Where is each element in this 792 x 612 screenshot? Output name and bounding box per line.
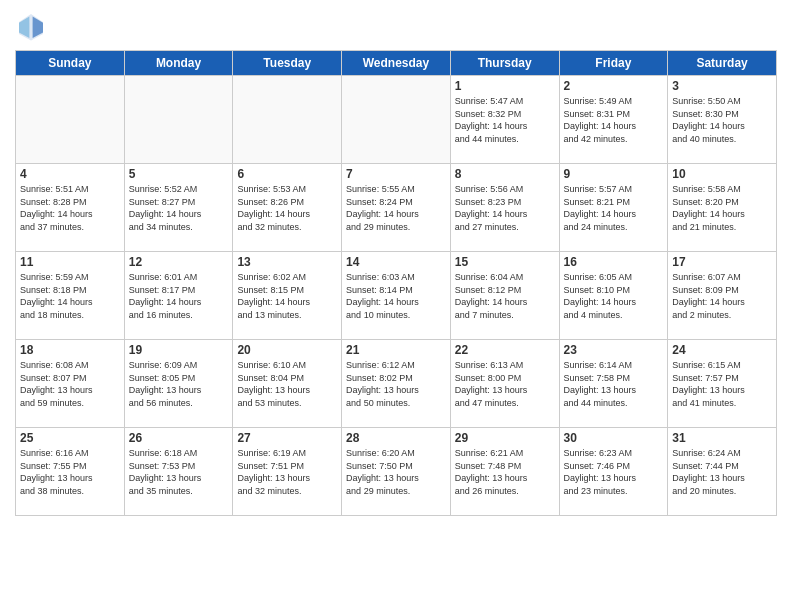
- day-number: 26: [129, 431, 229, 445]
- calendar-cell: 29Sunrise: 6:21 AM Sunset: 7:48 PM Dayli…: [450, 428, 559, 516]
- day-number: 2: [564, 79, 664, 93]
- day-number: 24: [672, 343, 772, 357]
- weekday-header-saturday: Saturday: [668, 51, 777, 76]
- day-number: 8: [455, 167, 555, 181]
- calendar-week-3: 11Sunrise: 5:59 AM Sunset: 8:18 PM Dayli…: [16, 252, 777, 340]
- day-info: Sunrise: 6:09 AM Sunset: 8:05 PM Dayligh…: [129, 359, 229, 409]
- day-info: Sunrise: 5:51 AM Sunset: 8:28 PM Dayligh…: [20, 183, 120, 233]
- calendar-cell: 26Sunrise: 6:18 AM Sunset: 7:53 PM Dayli…: [124, 428, 233, 516]
- calendar-cell: 23Sunrise: 6:14 AM Sunset: 7:58 PM Dayli…: [559, 340, 668, 428]
- day-info: Sunrise: 5:56 AM Sunset: 8:23 PM Dayligh…: [455, 183, 555, 233]
- day-info: Sunrise: 6:05 AM Sunset: 8:10 PM Dayligh…: [564, 271, 664, 321]
- day-number: 23: [564, 343, 664, 357]
- calendar-cell: 5Sunrise: 5:52 AM Sunset: 8:27 PM Daylig…: [124, 164, 233, 252]
- day-number: 20: [237, 343, 337, 357]
- day-number: 16: [564, 255, 664, 269]
- calendar-cell: 25Sunrise: 6:16 AM Sunset: 7:55 PM Dayli…: [16, 428, 125, 516]
- calendar-cell: 16Sunrise: 6:05 AM Sunset: 8:10 PM Dayli…: [559, 252, 668, 340]
- day-info: Sunrise: 6:01 AM Sunset: 8:17 PM Dayligh…: [129, 271, 229, 321]
- day-number: 18: [20, 343, 120, 357]
- day-info: Sunrise: 6:19 AM Sunset: 7:51 PM Dayligh…: [237, 447, 337, 497]
- day-info: Sunrise: 6:10 AM Sunset: 8:04 PM Dayligh…: [237, 359, 337, 409]
- day-number: 31: [672, 431, 772, 445]
- day-info: Sunrise: 6:24 AM Sunset: 7:44 PM Dayligh…: [672, 447, 772, 497]
- weekday-header-tuesday: Tuesday: [233, 51, 342, 76]
- day-info: Sunrise: 5:53 AM Sunset: 8:26 PM Dayligh…: [237, 183, 337, 233]
- day-info: Sunrise: 6:18 AM Sunset: 7:53 PM Dayligh…: [129, 447, 229, 497]
- day-number: 19: [129, 343, 229, 357]
- calendar-cell: 30Sunrise: 6:23 AM Sunset: 7:46 PM Dayli…: [559, 428, 668, 516]
- calendar-cell: [124, 76, 233, 164]
- day-info: Sunrise: 6:16 AM Sunset: 7:55 PM Dayligh…: [20, 447, 120, 497]
- calendar-cell: 3Sunrise: 5:50 AM Sunset: 8:30 PM Daylig…: [668, 76, 777, 164]
- day-number: 30: [564, 431, 664, 445]
- calendar-cell: 11Sunrise: 5:59 AM Sunset: 8:18 PM Dayli…: [16, 252, 125, 340]
- calendar-cell: [16, 76, 125, 164]
- day-number: 28: [346, 431, 446, 445]
- calendar-cell: [342, 76, 451, 164]
- day-info: Sunrise: 6:07 AM Sunset: 8:09 PM Dayligh…: [672, 271, 772, 321]
- calendar-cell: 22Sunrise: 6:13 AM Sunset: 8:00 PM Dayli…: [450, 340, 559, 428]
- calendar: SundayMondayTuesdayWednesdayThursdayFrid…: [15, 50, 777, 516]
- calendar-cell: 8Sunrise: 5:56 AM Sunset: 8:23 PM Daylig…: [450, 164, 559, 252]
- calendar-cell: 13Sunrise: 6:02 AM Sunset: 8:15 PM Dayli…: [233, 252, 342, 340]
- calendar-week-4: 18Sunrise: 6:08 AM Sunset: 8:07 PM Dayli…: [16, 340, 777, 428]
- day-info: Sunrise: 6:21 AM Sunset: 7:48 PM Dayligh…: [455, 447, 555, 497]
- calendar-cell: 2Sunrise: 5:49 AM Sunset: 8:31 PM Daylig…: [559, 76, 668, 164]
- day-number: 10: [672, 167, 772, 181]
- day-info: Sunrise: 5:55 AM Sunset: 8:24 PM Dayligh…: [346, 183, 446, 233]
- calendar-header-row: SundayMondayTuesdayWednesdayThursdayFrid…: [16, 51, 777, 76]
- calendar-cell: 12Sunrise: 6:01 AM Sunset: 8:17 PM Dayli…: [124, 252, 233, 340]
- day-info: Sunrise: 6:02 AM Sunset: 8:15 PM Dayligh…: [237, 271, 337, 321]
- calendar-cell: 20Sunrise: 6:10 AM Sunset: 8:04 PM Dayli…: [233, 340, 342, 428]
- calendar-cell: 1Sunrise: 5:47 AM Sunset: 8:32 PM Daylig…: [450, 76, 559, 164]
- day-info: Sunrise: 6:03 AM Sunset: 8:14 PM Dayligh…: [346, 271, 446, 321]
- day-info: Sunrise: 5:57 AM Sunset: 8:21 PM Dayligh…: [564, 183, 664, 233]
- page: SundayMondayTuesdayWednesdayThursdayFrid…: [0, 0, 792, 612]
- day-number: 9: [564, 167, 664, 181]
- day-number: 7: [346, 167, 446, 181]
- calendar-cell: 31Sunrise: 6:24 AM Sunset: 7:44 PM Dayli…: [668, 428, 777, 516]
- day-info: Sunrise: 6:23 AM Sunset: 7:46 PM Dayligh…: [564, 447, 664, 497]
- day-number: 3: [672, 79, 772, 93]
- day-number: 27: [237, 431, 337, 445]
- calendar-cell: 9Sunrise: 5:57 AM Sunset: 8:21 PM Daylig…: [559, 164, 668, 252]
- day-number: 14: [346, 255, 446, 269]
- day-info: Sunrise: 6:14 AM Sunset: 7:58 PM Dayligh…: [564, 359, 664, 409]
- day-info: Sunrise: 6:04 AM Sunset: 8:12 PM Dayligh…: [455, 271, 555, 321]
- calendar-cell: 6Sunrise: 5:53 AM Sunset: 8:26 PM Daylig…: [233, 164, 342, 252]
- day-info: Sunrise: 5:50 AM Sunset: 8:30 PM Dayligh…: [672, 95, 772, 145]
- day-number: 5: [129, 167, 229, 181]
- day-number: 15: [455, 255, 555, 269]
- calendar-cell: 4Sunrise: 5:51 AM Sunset: 8:28 PM Daylig…: [16, 164, 125, 252]
- calendar-cell: 24Sunrise: 6:15 AM Sunset: 7:57 PM Dayli…: [668, 340, 777, 428]
- calendar-week-5: 25Sunrise: 6:16 AM Sunset: 7:55 PM Dayli…: [16, 428, 777, 516]
- day-number: 4: [20, 167, 120, 181]
- day-number: 13: [237, 255, 337, 269]
- calendar-week-2: 4Sunrise: 5:51 AM Sunset: 8:28 PM Daylig…: [16, 164, 777, 252]
- day-info: Sunrise: 5:49 AM Sunset: 8:31 PM Dayligh…: [564, 95, 664, 145]
- calendar-cell: 28Sunrise: 6:20 AM Sunset: 7:50 PM Dayli…: [342, 428, 451, 516]
- calendar-cell: 17Sunrise: 6:07 AM Sunset: 8:09 PM Dayli…: [668, 252, 777, 340]
- day-number: 25: [20, 431, 120, 445]
- day-number: 1: [455, 79, 555, 93]
- calendar-cell: 10Sunrise: 5:58 AM Sunset: 8:20 PM Dayli…: [668, 164, 777, 252]
- calendar-cell: 15Sunrise: 6:04 AM Sunset: 8:12 PM Dayli…: [450, 252, 559, 340]
- calendar-cell: 7Sunrise: 5:55 AM Sunset: 8:24 PM Daylig…: [342, 164, 451, 252]
- day-info: Sunrise: 6:13 AM Sunset: 8:00 PM Dayligh…: [455, 359, 555, 409]
- calendar-week-1: 1Sunrise: 5:47 AM Sunset: 8:32 PM Daylig…: [16, 76, 777, 164]
- weekday-header-friday: Friday: [559, 51, 668, 76]
- logo-icon: [15, 10, 47, 42]
- day-number: 11: [20, 255, 120, 269]
- weekday-header-sunday: Sunday: [16, 51, 125, 76]
- day-number: 21: [346, 343, 446, 357]
- weekday-header-thursday: Thursday: [450, 51, 559, 76]
- calendar-cell: 27Sunrise: 6:19 AM Sunset: 7:51 PM Dayli…: [233, 428, 342, 516]
- day-info: Sunrise: 6:15 AM Sunset: 7:57 PM Dayligh…: [672, 359, 772, 409]
- logo: [15, 10, 51, 42]
- day-number: 29: [455, 431, 555, 445]
- day-info: Sunrise: 5:47 AM Sunset: 8:32 PM Dayligh…: [455, 95, 555, 145]
- day-info: Sunrise: 5:58 AM Sunset: 8:20 PM Dayligh…: [672, 183, 772, 233]
- calendar-cell: [233, 76, 342, 164]
- day-info: Sunrise: 6:20 AM Sunset: 7:50 PM Dayligh…: [346, 447, 446, 497]
